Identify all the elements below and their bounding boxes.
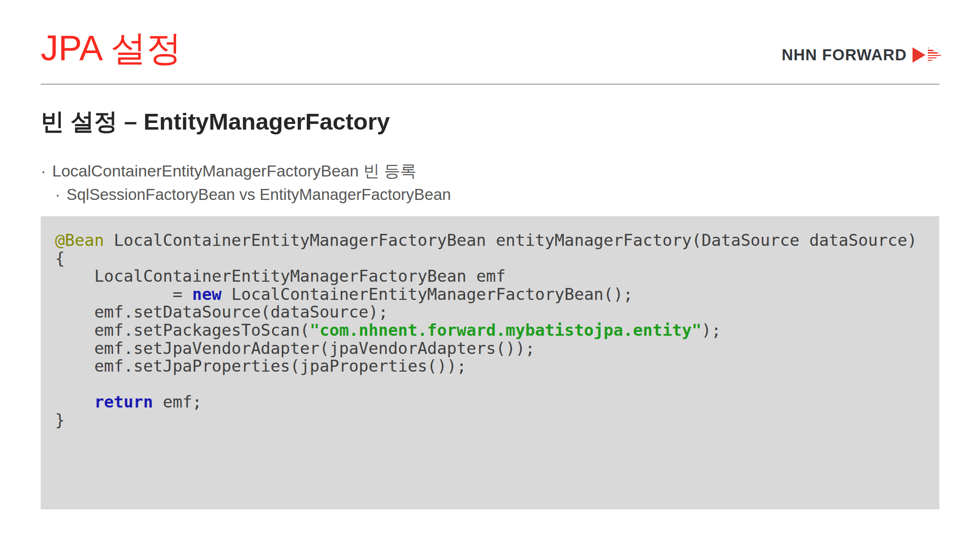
code-line: emf.setPackagesToScan("com.nhnent.forwar… — [55, 321, 932, 340]
bullet-text: SqlSessionFactoryBean vs EntityManagerFa… — [67, 183, 451, 207]
code-line: } — [55, 411, 932, 430]
code-line: emf.setDataSource(dataSource); — [55, 303, 932, 321]
bullet-item: · SqlSessionFactoryBean vs EntityManager… — [55, 183, 451, 207]
bullet-marker: · — [41, 159, 52, 183]
bullet-list: · LocalContainerEntityManagerFactoryBean… — [41, 159, 451, 207]
section-subtitle: 빈 설정 – EntityManagerFactory — [41, 106, 390, 138]
forward-arrow-solid-icon — [913, 47, 925, 63]
code-line: emf.setJpaProperties(jpaProperties()); — [55, 357, 932, 375]
code-line: { — [55, 250, 932, 268]
forward-arrow-striped-icon — [928, 47, 942, 63]
code-line: LocalContainerEntityManagerFactoryBean e… — [55, 267, 932, 286]
code-line: @Bean LocalContainerEntityManagerFactory… — [55, 231, 932, 250]
nhn-forward-logo: NHN FORWARD — [781, 46, 942, 64]
logo-text: NHN FORWARD — [781, 46, 907, 64]
bullet-text: LocalContainerEntityManagerFactoryBean 빈… — [52, 159, 417, 183]
code-line: = new LocalContainerEntityManagerFactory… — [55, 286, 932, 304]
bullet-item: · LocalContainerEntityManagerFactoryBean… — [41, 159, 451, 183]
code-line: emf.setJpaVendorAdapter(jpaVendorAdapter… — [55, 340, 932, 358]
slide: JPA 설정 NHN FORWARD 빈 설정 – EntityManagerF… — [0, 0, 980, 551]
code-block: @Bean LocalContainerEntityManagerFactory… — [41, 216, 939, 509]
header-divider — [41, 84, 939, 85]
bullet-marker: · — [55, 183, 67, 207]
page-title: JPA 설정 — [41, 25, 182, 73]
forward-arrows-icon — [913, 47, 942, 63]
code-line: return emf; — [55, 393, 932, 411]
code-line — [55, 375, 932, 394]
